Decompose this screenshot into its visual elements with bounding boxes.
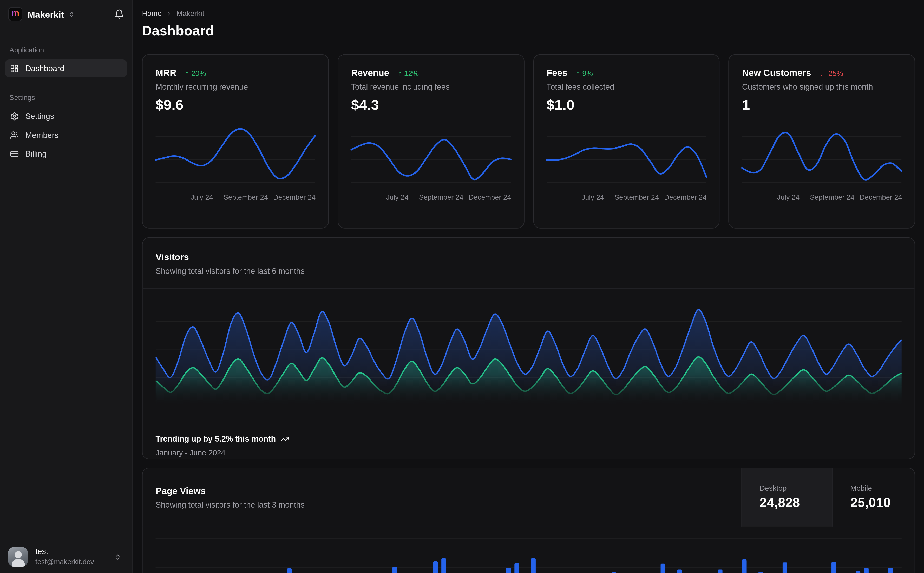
gear-icon xyxy=(10,112,19,121)
stat-subtitle: Total revenue including fees xyxy=(351,82,511,91)
bar xyxy=(661,564,665,573)
page-views-bar-chart xyxy=(156,527,902,573)
sparkline-chart: July 24September 24December 24 xyxy=(547,123,706,205)
breadcrumb-home-link[interactable]: Home xyxy=(142,9,162,18)
trend-up-arrow-icon: ↑ xyxy=(576,70,580,78)
bell-icon[interactable] xyxy=(115,9,124,19)
trend-value: 20% xyxy=(191,70,206,78)
bar xyxy=(515,563,519,573)
bar xyxy=(864,568,869,573)
workspace-name: Makerkit xyxy=(28,9,64,19)
page-views-header: Page Views Showing total visitors for th… xyxy=(143,468,915,527)
bar xyxy=(742,560,747,573)
main-content: Home Makerkit Dashboard MRR ↑20% Monthly… xyxy=(133,0,924,573)
stat-value: 1 xyxy=(742,97,902,113)
bar xyxy=(783,562,787,573)
bar xyxy=(531,558,535,573)
members-icon xyxy=(10,130,19,139)
breadcrumb-current: Makerkit xyxy=(176,9,204,18)
sparkline-chart: July 24September 24December 24 xyxy=(156,123,315,205)
stat-subtitle: Monthly recurring revenue xyxy=(156,82,315,91)
nav-section-settings: Settings xyxy=(5,94,127,102)
user-name: test xyxy=(35,547,94,557)
x-axis-tick: July 24 xyxy=(386,193,409,202)
stat-value: $9.6 xyxy=(156,97,315,113)
bar xyxy=(758,572,763,573)
visitors-footer: Trending up by 5.2% this month January -… xyxy=(143,435,915,457)
x-axis-tick: December 24 xyxy=(860,193,902,202)
page-title: Dashboard xyxy=(142,23,915,39)
visitors-period: January - June 2024 xyxy=(156,448,902,457)
chevrons-up-down-icon xyxy=(115,554,121,560)
page-views-title: Page Views xyxy=(156,485,728,496)
x-axis-tick: July 24 xyxy=(777,193,800,202)
dashboard-icon xyxy=(10,64,19,73)
x-axis-tick: July 24 xyxy=(582,193,604,202)
visitors-area-chart xyxy=(156,298,902,405)
trend-value: 12% xyxy=(404,70,419,78)
visitors-subtitle: Showing total visitors for the last 6 mo… xyxy=(156,267,902,276)
stat-subtitle: Customers who signed up this month xyxy=(742,82,902,91)
makerkit-app: m Makerkit Application Dashboard xyxy=(0,0,924,573)
stat-card-revenue: Revenue ↑12% Total revenue including fee… xyxy=(337,54,524,229)
trend-value: 9% xyxy=(582,70,593,78)
stat-title: MRR xyxy=(156,68,176,78)
bar xyxy=(506,568,511,573)
stat-card-fees: Fees ↑9% Total fees collected $1.0 July … xyxy=(533,54,720,229)
x-axis-tick: September 24 xyxy=(224,193,268,202)
workspace-switcher[interactable]: m Makerkit xyxy=(0,0,132,28)
bar xyxy=(677,570,682,573)
x-axis-tick: September 24 xyxy=(615,193,659,202)
makerkit-logo: m xyxy=(8,7,22,21)
bar xyxy=(856,571,861,573)
stat-subtitle: Total fees collected xyxy=(547,82,706,91)
user-menu[interactable]: test test@makerkit.dev xyxy=(0,541,132,573)
bar xyxy=(441,558,446,573)
sidebar-item-dashboard[interactable]: Dashboard xyxy=(5,59,127,77)
x-axis-tick: December 24 xyxy=(469,193,511,202)
sidebar-item-label: Members xyxy=(25,130,58,139)
trend-badge: ↑9% xyxy=(576,70,593,78)
sidebar-nav: Application Dashboard Settings Settings xyxy=(0,46,132,164)
trend-badge: ↑12% xyxy=(398,70,419,78)
stat-card-new-customers: New Customers ↓-25% Customers who signed… xyxy=(728,54,915,229)
series-toggles: Desktop 24,828 Mobile 25,010 xyxy=(741,468,915,526)
x-axis-tick: September 24 xyxy=(810,193,854,202)
x-axis-tick: December 24 xyxy=(273,193,315,202)
bar xyxy=(433,561,438,573)
bar xyxy=(888,568,893,573)
bar xyxy=(287,568,291,573)
user-meta: test test@makerkit.dev xyxy=(35,547,94,567)
chevrons-up-down-icon xyxy=(68,11,75,17)
sparkline-chart: July 24September 24December 24 xyxy=(742,123,902,205)
bar xyxy=(718,570,722,573)
stat-cards-row: MRR ↑20% Monthly recurring revenue $9.6 … xyxy=(142,54,915,229)
x-axis-tick: July 24 xyxy=(190,193,213,202)
sparkline-chart: July 24September 24December 24 xyxy=(351,123,511,205)
sidebar-item-settings[interactable]: Settings xyxy=(5,107,127,125)
trend-up-arrow-icon: ↑ xyxy=(398,70,402,78)
sidebar-item-label: Billing xyxy=(25,149,47,158)
visitors-trend-text: Trending up by 5.2% this month xyxy=(156,435,276,443)
toggle-label: Desktop xyxy=(759,484,832,493)
trend-down-arrow-icon: ↓ xyxy=(820,70,824,78)
x-axis-tick: September 24 xyxy=(419,193,463,202)
toggle-desktop[interactable]: Desktop 24,828 xyxy=(741,468,832,526)
toggle-value: 24,828 xyxy=(759,495,832,511)
toggle-mobile[interactable]: Mobile 25,010 xyxy=(832,468,915,526)
trend-badge: ↑20% xyxy=(185,70,206,78)
makerkit-logo-letter: m xyxy=(11,9,19,18)
trend-up-arrow-icon: ↑ xyxy=(185,70,189,78)
stat-title: New Customers xyxy=(742,68,811,78)
bar xyxy=(831,562,836,573)
page-views-subtitle: Showing total visitors for the last 3 mo… xyxy=(156,500,728,509)
stat-card-mrr: MRR ↑20% Monthly recurring revenue $9.6 … xyxy=(142,54,328,229)
stat-value: $4.3 xyxy=(351,97,511,113)
user-email: test@makerkit.dev xyxy=(35,557,94,567)
sidebar-item-billing[interactable]: Billing xyxy=(5,145,127,163)
sidebar-item-members[interactable]: Members xyxy=(5,126,127,144)
nav-section-application: Application xyxy=(5,46,127,54)
stat-title: Fees xyxy=(547,68,567,78)
toggle-value: 25,010 xyxy=(850,495,915,511)
sidebar-item-label: Dashboard xyxy=(25,64,64,73)
